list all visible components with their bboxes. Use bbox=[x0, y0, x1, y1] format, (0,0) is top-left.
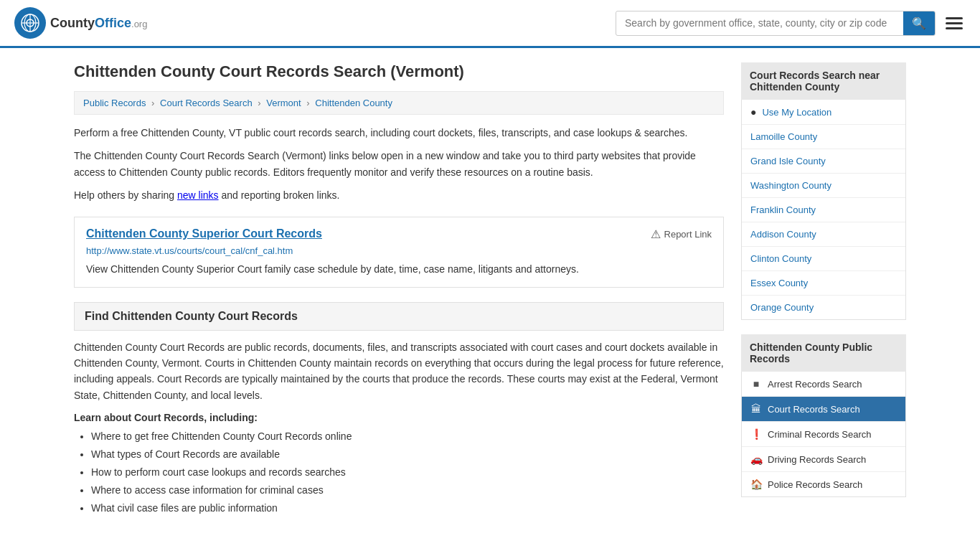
intro-text-3: Help others by sharing new links and rep… bbox=[74, 187, 724, 203]
menu-line-3 bbox=[946, 27, 963, 29]
use-my-location-label: Use My Location bbox=[762, 107, 831, 118]
nearby-link-orange-label: Orange County bbox=[750, 302, 814, 313]
pub-link-arrest-label: Arrest Records Search bbox=[768, 379, 862, 390]
search-input[interactable] bbox=[616, 12, 903, 34]
nearby-link-washington[interactable]: Washington County bbox=[742, 174, 905, 198]
header-right: 🔍 bbox=[616, 11, 966, 36]
intro-text-1: Perform a free Chittenden County, VT pub… bbox=[74, 125, 724, 141]
pub-link-criminal[interactable]: ❗ Criminal Records Search bbox=[742, 422, 905, 447]
learn-title: Learn about Court Records, including: bbox=[74, 412, 724, 423]
nearby-section-title: Court Records Search near Chittenden Cou… bbox=[750, 70, 880, 93]
nearby-link-lamoille-label: Lamoille County bbox=[750, 131, 817, 142]
public-records-section-header: Chittenden County Public Records bbox=[741, 334, 906, 372]
nearby-link-essex[interactable]: Essex County bbox=[742, 271, 905, 296]
breadcrumb-chittenden[interactable]: Chittenden County bbox=[315, 98, 392, 108]
report-link-button[interactable]: ⚠ Report Link bbox=[651, 227, 712, 241]
content-area: Chittenden County Court Records Search (… bbox=[74, 62, 724, 519]
intro3-prefix: Help others by sharing bbox=[74, 189, 177, 201]
search-bar: 🔍 bbox=[616, 11, 936, 36]
breadcrumb-sep-2: › bbox=[258, 98, 260, 108]
public-records-section: Chittenden County Public Records ■ Arres… bbox=[741, 334, 906, 497]
nearby-link-lamoille[interactable]: Lamoille County bbox=[742, 125, 905, 149]
site-header: CountyOffice.org 🔍 bbox=[0, 0, 980, 48]
nearby-link-washington-label: Washington County bbox=[750, 180, 831, 191]
police-icon: 🏠 bbox=[750, 479, 762, 490]
find-section-text: Chittenden County Court Records are publ… bbox=[74, 339, 724, 404]
nearby-link-orange[interactable]: Orange County bbox=[742, 296, 905, 319]
page-title: Chittenden County Court Records Search (… bbox=[74, 62, 724, 81]
nearby-link-grand-isle[interactable]: Grand Isle County bbox=[742, 149, 905, 174]
bullet-5: What civil case files are public informa… bbox=[91, 501, 724, 516]
resource-description: View Chittenden County Superior Court fa… bbox=[86, 262, 712, 277]
arrest-icon: ■ bbox=[750, 378, 762, 390]
pub-link-driving-label: Driving Records Search bbox=[768, 454, 866, 465]
main-container: Chittenden County Court Records Search (… bbox=[60, 48, 920, 533]
breadcrumb: Public Records › Court Records Search › … bbox=[74, 91, 724, 115]
bullet-3: How to perform court case lookups and re… bbox=[91, 465, 724, 480]
resource-url[interactable]: http://www.state.vt.us/courts/court_cal/… bbox=[86, 245, 712, 256]
logo-icon bbox=[14, 7, 46, 39]
resource-title[interactable]: Chittenden County Superior Court Records bbox=[86, 227, 322, 240]
public-records-links: ■ Arrest Records Search 🏛 Court Records … bbox=[741, 372, 906, 497]
nearby-link-essex-label: Essex County bbox=[750, 278, 808, 288]
nearby-link-grand-isle-label: Grand Isle County bbox=[750, 156, 826, 166]
menu-line-1 bbox=[946, 17, 963, 19]
bullet-2: What types of Court Records are availabl… bbox=[91, 447, 724, 462]
nearby-link-franklin[interactable]: Franklin County bbox=[742, 198, 905, 222]
bullet-1: Where to get free Chittenden County Cour… bbox=[91, 429, 724, 444]
criminal-icon: ❗ bbox=[750, 428, 762, 440]
logo-area: CountyOffice.org bbox=[14, 7, 147, 39]
pub-link-driving[interactable]: 🚗 Driving Records Search bbox=[742, 447, 905, 472]
breadcrumb-sep-3: › bbox=[306, 98, 309, 108]
pub-link-criminal-label: Criminal Records Search bbox=[768, 429, 872, 440]
public-section-title: Chittenden County Public Records bbox=[750, 342, 872, 364]
find-section-title: Find Chittenden County Court Records bbox=[85, 310, 713, 323]
report-icon: ⚠ bbox=[651, 227, 661, 241]
breadcrumb-sep-1: › bbox=[151, 98, 154, 108]
driving-icon: 🚗 bbox=[750, 453, 762, 465]
nearby-link-clinton-label: Clinton County bbox=[750, 253, 811, 264]
menu-line-2 bbox=[946, 22, 963, 24]
nearby-links: ● Use My Location Lamoille County Grand … bbox=[741, 100, 906, 320]
intro-text-2: The Chittenden County Court Records Sear… bbox=[74, 148, 724, 180]
resource-header: Chittenden County Superior Court Records… bbox=[86, 227, 712, 241]
pub-link-court-label: Court Records Search bbox=[768, 404, 860, 415]
find-section-box: Find Chittenden County Court Records bbox=[74, 302, 724, 331]
breadcrumb-public-records[interactable]: Public Records bbox=[83, 98, 146, 108]
bullet-4: Where to access case information for cri… bbox=[91, 483, 724, 498]
menu-button[interactable] bbox=[943, 14, 966, 32]
nearby-link-franklin-label: Franklin County bbox=[750, 204, 816, 215]
sidebar: Court Records Search near Chittenden Cou… bbox=[741, 62, 906, 519]
logo-text: CountyOffice.org bbox=[50, 16, 147, 31]
nearby-link-addison-label: Addison County bbox=[750, 229, 816, 240]
bullet-list: Where to get free Chittenden County Cour… bbox=[74, 429, 724, 516]
pub-link-police-label: Police Records Search bbox=[768, 479, 862, 490]
search-button[interactable]: 🔍 bbox=[903, 11, 935, 35]
new-links-link[interactable]: new links bbox=[177, 189, 219, 201]
intro3-suffix: and reporting broken links. bbox=[219, 189, 340, 201]
court-icon: 🏛 bbox=[750, 403, 762, 415]
search-icon: 🔍 bbox=[912, 17, 926, 29]
location-icon: ● bbox=[750, 106, 756, 118]
pub-link-police[interactable]: 🏠 Police Records Search bbox=[742, 472, 905, 496]
report-link-label: Report Link bbox=[664, 229, 712, 240]
use-my-location-link[interactable]: ● Use My Location bbox=[742, 100, 905, 125]
nearby-link-clinton[interactable]: Clinton County bbox=[742, 247, 905, 271]
pub-link-arrest[interactable]: ■ Arrest Records Search bbox=[742, 372, 905, 397]
nearby-link-addison[interactable]: Addison County bbox=[742, 222, 905, 247]
nearby-section-header: Court Records Search near Chittenden Cou… bbox=[741, 62, 906, 100]
breadcrumb-vermont[interactable]: Vermont bbox=[266, 98, 301, 108]
pub-link-court[interactable]: 🏛 Court Records Search bbox=[742, 397, 905, 422]
breadcrumb-court-records[interactable]: Court Records Search bbox=[160, 98, 253, 108]
resource-box: Chittenden County Superior Court Records… bbox=[74, 217, 724, 288]
